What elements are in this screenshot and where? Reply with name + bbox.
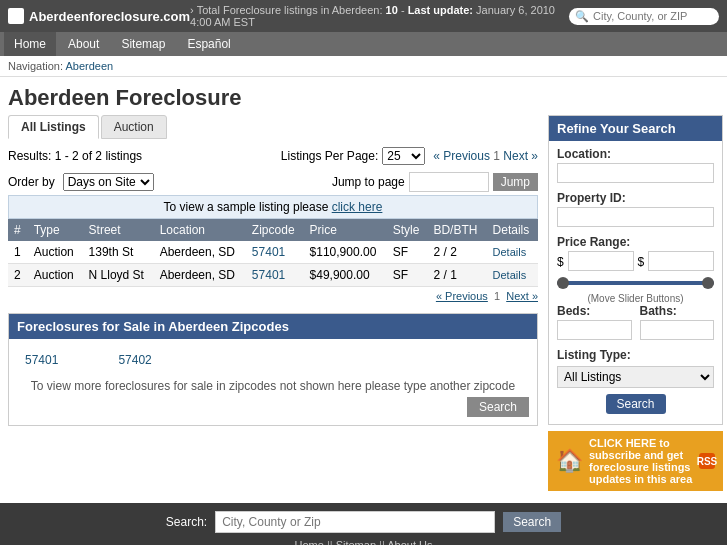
col-type: Type bbox=[28, 219, 83, 241]
col-bdbth: BD/BTH bbox=[427, 219, 486, 241]
col-details: Details bbox=[487, 219, 538, 241]
cell-price: $110,900.00 bbox=[304, 241, 387, 264]
price-to-input[interactable] bbox=[648, 251, 714, 271]
zipcode-link[interactable]: 57401 bbox=[252, 245, 285, 259]
details-link[interactable]: Details bbox=[493, 246, 527, 258]
header-search-input[interactable] bbox=[593, 10, 713, 22]
zipcodes-section: Foreclosures for Sale in Aberdeen Zipcod… bbox=[8, 313, 538, 426]
zipcode-57401[interactable]: 57401 bbox=[25, 353, 58, 367]
sample-notice: To view a sample listing please click he… bbox=[8, 195, 538, 219]
col-zipcode: Zipcode bbox=[246, 219, 304, 241]
bottom-next[interactable]: Next » bbox=[506, 290, 538, 302]
col-street: Street bbox=[83, 219, 154, 241]
tab-all-listings[interactable]: All Listings bbox=[8, 115, 99, 139]
cell-street: 139th St bbox=[83, 241, 154, 264]
cell-details: Details bbox=[487, 241, 538, 264]
footer-home-link[interactable]: Home bbox=[294, 539, 323, 545]
cell-zipcode: 57401 bbox=[246, 264, 304, 287]
results-count: Results: 1 - 2 of 2 listings bbox=[8, 149, 273, 163]
cell-style: SF bbox=[387, 264, 428, 287]
sidebar-box: Refine Your Search Location: Property ID… bbox=[548, 115, 723, 425]
property-id-label: Property ID: bbox=[557, 191, 714, 205]
site-footer: Search: Search Home || Sitemap || About … bbox=[0, 503, 727, 545]
nav-home[interactable]: Home bbox=[4, 32, 56, 56]
header-info: › Total Foreclosure listings in Aberdeen… bbox=[190, 4, 569, 28]
footer-links: Home || Sitemap || About Us bbox=[8, 539, 719, 545]
house-icon: 🏠 bbox=[556, 448, 583, 474]
sample-link[interactable]: click here bbox=[332, 200, 383, 214]
zipcodes-more-text: To view more foreclosures for sale in zi… bbox=[17, 379, 529, 393]
main-content: All Listings Auction Results: 1 - 2 of 2… bbox=[0, 115, 727, 495]
footer-search: Search: Search bbox=[8, 511, 719, 533]
logo-text: Aberdeenforeclosure.com bbox=[29, 9, 190, 24]
beds-input[interactable] bbox=[557, 320, 632, 340]
col-price: Price bbox=[304, 219, 387, 241]
cell-bdbth: 2 / 1 bbox=[427, 264, 486, 287]
baths-container: Baths: bbox=[640, 304, 715, 342]
cell-type: Auction bbox=[28, 241, 83, 264]
price-slider[interactable] bbox=[557, 281, 714, 285]
footer-search-button[interactable]: Search bbox=[503, 512, 561, 532]
site-header: Aberdeenforeclosure.com › Total Foreclos… bbox=[0, 0, 727, 32]
jump-button[interactable]: Jump bbox=[493, 173, 538, 191]
slider-right-handle[interactable] bbox=[702, 277, 714, 289]
beds-label: Beds: bbox=[557, 304, 632, 318]
slider-left-handle[interactable] bbox=[557, 277, 569, 289]
tab-auction[interactable]: Auction bbox=[101, 115, 167, 139]
subscribe-box[interactable]: 🏠 CLICK HERE to subscribe and get forecl… bbox=[548, 431, 723, 491]
search-icon: 🔍 bbox=[575, 10, 589, 23]
header-search-box[interactable]: 🔍 bbox=[569, 8, 719, 25]
location-input[interactable] bbox=[557, 163, 714, 183]
footer-about-link[interactable]: About Us bbox=[387, 539, 432, 545]
per-page-select[interactable]: 25 50 100 bbox=[382, 147, 425, 165]
zipcode-link[interactable]: 57401 bbox=[252, 268, 285, 282]
sidebar-search-button[interactable]: Search bbox=[606, 394, 666, 414]
cell-location: Aberdeen, SD bbox=[154, 241, 246, 264]
cell-num: 2 bbox=[8, 264, 28, 287]
next-link[interactable]: Next » bbox=[503, 149, 538, 163]
prev-link[interactable]: « Previous bbox=[433, 149, 490, 163]
zipcodes-links: 57401 57402 bbox=[17, 347, 529, 373]
favicon-icon bbox=[8, 8, 24, 24]
nav-espanol[interactable]: Español bbox=[177, 32, 240, 56]
main-nav: Home About Sitemap Español bbox=[0, 32, 727, 56]
tab-bar: All Listings Auction bbox=[8, 115, 538, 139]
order-select[interactable]: Days on Site Price Beds bbox=[63, 173, 154, 191]
jump-to: Jump to page Jump bbox=[332, 172, 538, 192]
price-from-input[interactable] bbox=[568, 251, 634, 271]
col-num: # bbox=[8, 219, 28, 241]
footer-sitemap-link[interactable]: Sitemap bbox=[336, 539, 376, 545]
bottom-prev[interactable]: « Previous bbox=[436, 290, 488, 302]
nav-about[interactable]: About bbox=[58, 32, 109, 56]
listing-type-select[interactable]: All Listings Auction Bank Owned Pre-Fore… bbox=[557, 366, 714, 388]
breadcrumb-link[interactable]: Aberdeen bbox=[66, 60, 114, 72]
cell-details: Details bbox=[487, 264, 538, 287]
jump-input[interactable] bbox=[409, 172, 489, 192]
nav-sitemap[interactable]: Sitemap bbox=[111, 32, 175, 56]
listings-table: # Type Street Location Zipcode Price Sty… bbox=[8, 219, 538, 287]
price-range: $ $ bbox=[557, 251, 714, 273]
location-label: Location: bbox=[557, 147, 714, 161]
property-id-input[interactable] bbox=[557, 207, 714, 227]
bottom-pagination: « Previous 1 Next » bbox=[8, 287, 538, 305]
order-bar: Order by Days on Site Price Beds Jump to… bbox=[8, 169, 538, 195]
sidebar: Refine Your Search Location: Property ID… bbox=[548, 115, 723, 491]
baths-input[interactable] bbox=[640, 320, 715, 340]
cell-bdbth: 2 / 2 bbox=[427, 241, 486, 264]
footer-search-input[interactable] bbox=[215, 511, 495, 533]
cell-location: Aberdeen, SD bbox=[154, 264, 246, 287]
footer-search-label: Search: bbox=[166, 515, 207, 529]
cell-type: Auction bbox=[28, 264, 83, 287]
cell-price: $49,900.00 bbox=[304, 264, 387, 287]
zipcodes-title: Foreclosures for Sale in Aberdeen Zipcod… bbox=[9, 314, 537, 339]
content-area: All Listings Auction Results: 1 - 2 of 2… bbox=[8, 115, 538, 491]
price-range-label: Price Range: bbox=[557, 235, 714, 249]
details-link[interactable]: Details bbox=[493, 269, 527, 281]
page-title: Aberdeen Foreclosure bbox=[0, 77, 727, 115]
sidebar-title: Refine Your Search bbox=[549, 116, 722, 141]
slider-hint: (Move Slider Buttons) bbox=[557, 293, 714, 304]
cell-style: SF bbox=[387, 241, 428, 264]
zipcode-57402[interactable]: 57402 bbox=[118, 353, 151, 367]
zipcodes-search: Search bbox=[17, 397, 529, 417]
zipcodes-search-button[interactable]: Search bbox=[467, 397, 529, 417]
